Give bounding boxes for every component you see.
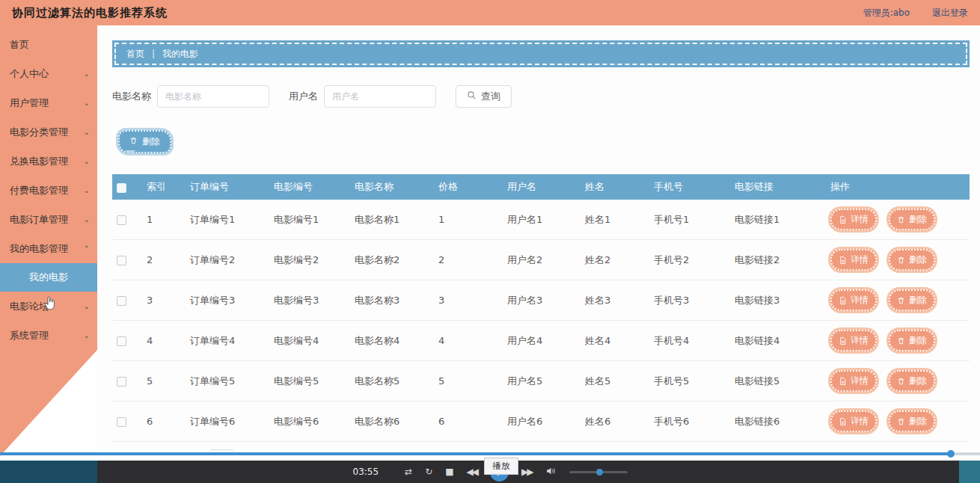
cell-index: 4 [142, 321, 186, 361]
row-delete-button[interactable]: 删除 [889, 330, 935, 351]
trash-icon [897, 417, 905, 426]
row-delete-button[interactable]: 删除 [889, 410, 935, 432]
detail-button[interactable]: 详情 [830, 249, 877, 271]
sidebar-item-label: 电影订单管理 [10, 205, 68, 234]
row-checkbox[interactable] [117, 215, 126, 225]
cell-index: 5 [142, 361, 186, 402]
detail-button[interactable]: 详情 [830, 330, 877, 351]
sidebar: 首页个人中心⌄用户管理⌄电影分类管理⌄兑换电影管理⌄付费电影管理⌄电影订单管理⌄… [0, 25, 97, 456]
search-button[interactable]: 查询 [456, 85, 512, 108]
sidebar-item-system-management[interactable]: 系统管理⌄ [0, 321, 97, 350]
column-header: 订单编号 [186, 174, 269, 200]
username-input[interactable] [324, 85, 436, 108]
trash-icon [897, 256, 905, 265]
stop-icon[interactable]: ■ [445, 467, 453, 476]
cell-username: 用户名2 [503, 240, 581, 280]
cell-price: 5 [434, 361, 503, 402]
sidebar-item-label: 个人中心 [10, 59, 49, 88]
row-delete-button[interactable]: 删除 [889, 249, 935, 271]
detail-button[interactable]: 详情 [830, 370, 877, 392]
row-actions: 详情删除 [830, 200, 965, 239]
chevron-up-icon: ⌃ [84, 234, 90, 263]
next-page-button[interactable]: › [171, 452, 176, 452]
row-checkbox[interactable] [117, 296, 126, 306]
search-icon [467, 90, 477, 102]
prev-page-button[interactable]: ‹ [144, 452, 149, 452]
breadcrumb-home[interactable]: 首页 [126, 48, 144, 61]
row-delete-button[interactable]: 删除 [889, 370, 935, 392]
row-actions: 详情删除 [830, 280, 965, 320]
volume-handle[interactable] [596, 469, 603, 476]
forward-icon[interactable]: ▶▶ [521, 467, 532, 476]
sidebar-item-paid-movie-management[interactable]: 付费电影管理⌄ [0, 176, 97, 205]
cell-name: 姓名3 [581, 280, 649, 321]
file-icon [839, 377, 847, 386]
row-delete-button[interactable]: 删除 [889, 289, 935, 311]
volume-icon[interactable] [545, 467, 557, 477]
sidebar-item-user-management[interactable]: 用户管理⌄ [0, 88, 97, 117]
cell-order_no: 订单编号2 [186, 240, 269, 280]
sidebar-item-movie-forum[interactable]: 电影论坛⌄ [0, 292, 97, 321]
table-body: 1订单编号1电影编号1电影名称11用户名1姓名1手机号1电影链接1详情删除2订单… [112, 200, 970, 442]
cell-index: 3 [142, 280, 186, 321]
chevron-down-icon: ⌄ [84, 292, 90, 321]
sidebar-item-label: 我的电影管理 [10, 234, 68, 263]
goto-page-input[interactable] [209, 449, 233, 452]
cell-link: 电影链接4 [730, 321, 826, 361]
row-checkbox[interactable] [117, 336, 126, 346]
sidebar-item-personal-center[interactable]: 个人中心⌄ [0, 59, 97, 88]
detail-button-label: 详情 [851, 213, 869, 226]
sidebar-item-exchange-movie-management[interactable]: 兑换电影管理⌄ [0, 147, 97, 176]
actions-cell-wrap: 详情删除 [826, 361, 970, 402]
data-table: 索引订单编号电影编号电影名称价格用户名姓名手机号电影链接操作 1订单编号1电影编… [112, 174, 970, 442]
row-checkbox[interactable] [117, 417, 126, 427]
shuffle-icon[interactable]: ⇄ [405, 467, 412, 476]
video-corner-right [959, 461, 980, 483]
column-header: 用户名 [503, 174, 581, 200]
row-delete-button-label: 删除 [909, 213, 927, 226]
select-all-checkbox[interactable] [117, 183, 126, 193]
sidebar-item-movie-category-management[interactable]: 电影分类管理⌄ [0, 117, 97, 147]
detail-button[interactable]: 详情 [830, 209, 877, 230]
header-checkbox-cell [112, 174, 142, 200]
sidebar-menu: 首页个人中心⌄用户管理⌄电影分类管理⌄兑换电影管理⌄付费电影管理⌄电影订单管理⌄… [0, 25, 97, 350]
movie-name-input[interactable] [157, 85, 269, 108]
cell-phone: 手机号5 [649, 361, 730, 402]
logout-link[interactable]: 退出登录 [932, 7, 968, 19]
row-checkbox[interactable] [117, 256, 126, 265]
row-checkbox[interactable] [117, 377, 126, 387]
seek-handle[interactable] [947, 450, 955, 458]
cell-phone: 手机号6 [649, 402, 730, 442]
seek-bar[interactable] [0, 452, 980, 455]
movie-name-label: 电影名称 [112, 90, 151, 103]
volume-slider[interactable] [569, 471, 628, 473]
cell-order_no: 订单编号5 [186, 361, 269, 402]
row-delete-button-label: 删除 [909, 294, 927, 307]
sidebar-item-movie-order-management[interactable]: 电影订单管理⌄ [0, 205, 97, 234]
cell-index: 1 [142, 200, 186, 240]
page-suffix-label: 页 [242, 451, 251, 452]
row-actions: 详情删除 [830, 321, 965, 360]
column-header: 电影编号 [269, 174, 350, 200]
actions-cell-wrap: 详情删除 [826, 402, 970, 442]
row-delete-button-label: 删除 [909, 375, 927, 387]
sidebar-item-my-movie-management[interactable]: 我的电影管理⌃ [0, 234, 97, 263]
detail-button[interactable]: 详情 [830, 410, 877, 432]
sidebar-subitem-my-movies[interactable]: 我的电影 [0, 263, 97, 292]
cell-phone: 手机号3 [649, 280, 730, 321]
repeat-icon[interactable]: ↻ [425, 467, 432, 476]
sidebar-item-home[interactable]: 首页 [0, 30, 97, 59]
row-delete-button[interactable]: 删除 [889, 209, 935, 230]
detail-button[interactable]: 详情 [830, 289, 877, 311]
cell-name: 姓名2 [581, 240, 649, 280]
cell-movie_no: 电影编号1 [269, 200, 350, 240]
admin-user-label[interactable]: 管理员:abo [863, 7, 910, 19]
goto-page-label: 前往 [183, 451, 201, 452]
bulk-delete-button[interactable]: 删除 [118, 130, 171, 153]
rewind-icon[interactable]: ◀◀ [467, 467, 477, 476]
table-header-row: 索引订单编号电影编号电影名称价格用户名姓名手机号电影链接操作 [112, 174, 970, 200]
cell-movie_name: 电影名称6 [350, 402, 434, 442]
cell-name: 姓名6 [581, 402, 649, 442]
playback-time: 03:55 [353, 467, 379, 477]
cell-movie_name: 电影名称5 [350, 361, 434, 402]
